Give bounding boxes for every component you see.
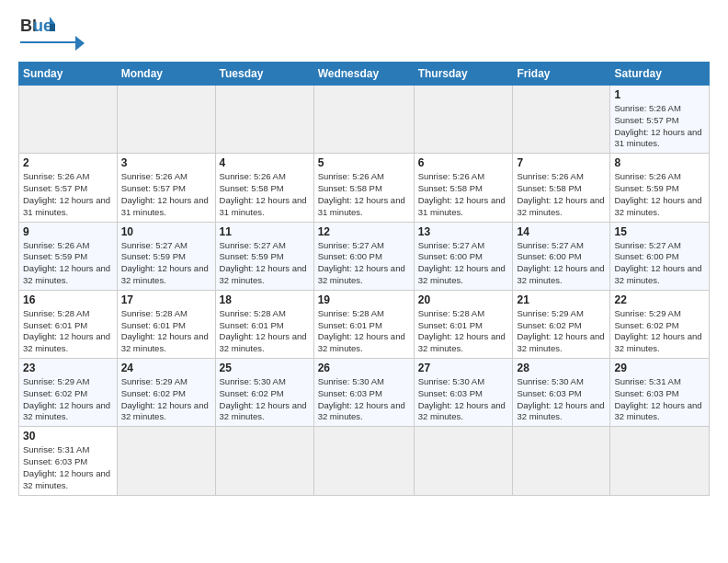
day-number: 9 bbox=[23, 225, 113, 238]
calendar-cell bbox=[513, 86, 610, 154]
calendar-cell bbox=[313, 427, 414, 495]
calendar-cell: 7Sunrise: 5:26 AM Sunset: 5:58 PM Daylig… bbox=[513, 154, 610, 222]
day-number: 15 bbox=[614, 225, 705, 238]
day-number: 19 bbox=[318, 293, 410, 306]
day-number: 7 bbox=[517, 156, 606, 169]
day-info: Sunrise: 5:27 AM Sunset: 5:59 PM Dayligh… bbox=[121, 240, 211, 287]
day-info: Sunrise: 5:29 AM Sunset: 6:02 PM Dayligh… bbox=[121, 376, 211, 423]
day-number: 3 bbox=[121, 156, 211, 169]
day-number: 13 bbox=[418, 225, 509, 238]
day-info: Sunrise: 5:30 AM Sunset: 6:02 PM Dayligh… bbox=[220, 376, 310, 423]
day-number: 20 bbox=[418, 293, 509, 306]
day-info: Sunrise: 5:30 AM Sunset: 6:03 PM Dayligh… bbox=[318, 376, 410, 423]
header-friday: Friday bbox=[513, 63, 610, 86]
calendar-cell: 15Sunrise: 5:27 AM Sunset: 6:00 PM Dayli… bbox=[610, 222, 710, 290]
day-info: Sunrise: 5:27 AM Sunset: 6:00 PM Dayligh… bbox=[614, 240, 705, 287]
day-number: 26 bbox=[318, 362, 410, 374]
svg-marker-5 bbox=[75, 36, 85, 51]
calendar-cell bbox=[19, 86, 118, 154]
day-info: Sunrise: 5:30 AM Sunset: 6:03 PM Dayligh… bbox=[517, 376, 606, 423]
calendar-cell bbox=[414, 86, 513, 154]
day-number: 10 bbox=[121, 225, 211, 238]
calendar-table: SundayMondayTuesdayWednesdayThursdayFrid… bbox=[18, 62, 710, 496]
calendar-week-row: 16Sunrise: 5:28 AM Sunset: 6:01 PM Dayli… bbox=[19, 290, 710, 358]
day-number: 29 bbox=[614, 362, 705, 374]
day-number: 23 bbox=[23, 362, 113, 374]
calendar-cell: 1Sunrise: 5:26 AM Sunset: 5:57 PM Daylig… bbox=[610, 86, 710, 154]
day-number: 28 bbox=[517, 362, 606, 374]
header-monday: Monday bbox=[117, 63, 215, 86]
day-info: Sunrise: 5:26 AM Sunset: 5:57 PM Dayligh… bbox=[121, 171, 211, 218]
calendar-cell: 19Sunrise: 5:28 AM Sunset: 6:01 PM Dayli… bbox=[313, 290, 414, 358]
calendar-cell: 16Sunrise: 5:28 AM Sunset: 6:01 PM Dayli… bbox=[19, 290, 118, 358]
day-number: 25 bbox=[220, 362, 310, 374]
calendar-cell: 23Sunrise: 5:29 AM Sunset: 6:02 PM Dayli… bbox=[19, 359, 118, 427]
calendar-cell bbox=[117, 86, 215, 154]
calendar-cell: 12Sunrise: 5:27 AM Sunset: 6:00 PM Dayli… bbox=[313, 222, 414, 290]
day-info: Sunrise: 5:28 AM Sunset: 6:01 PM Dayligh… bbox=[23, 308, 113, 355]
day-number: 8 bbox=[614, 156, 705, 169]
header-wednesday: Wednesday bbox=[313, 63, 414, 86]
calendar-cell bbox=[610, 427, 710, 495]
day-info: Sunrise: 5:28 AM Sunset: 6:01 PM Dayligh… bbox=[121, 308, 211, 355]
calendar-cell: 22Sunrise: 5:29 AM Sunset: 6:02 PM Dayli… bbox=[610, 290, 710, 358]
logo: Bl ue bbox=[18, 15, 85, 54]
day-number: 4 bbox=[220, 156, 310, 169]
day-info: Sunrise: 5:26 AM Sunset: 5:57 PM Dayligh… bbox=[614, 103, 705, 150]
calendar-week-row: 1Sunrise: 5:26 AM Sunset: 5:57 PM Daylig… bbox=[19, 86, 710, 154]
day-number: 18 bbox=[220, 293, 310, 306]
day-number: 16 bbox=[23, 293, 113, 306]
calendar-cell: 14Sunrise: 5:27 AM Sunset: 6:00 PM Dayli… bbox=[513, 222, 610, 290]
day-number: 30 bbox=[23, 430, 113, 442]
calendar-cell bbox=[215, 427, 313, 495]
day-info: Sunrise: 5:26 AM Sunset: 5:59 PM Dayligh… bbox=[23, 240, 113, 287]
day-info: Sunrise: 5:27 AM Sunset: 6:00 PM Dayligh… bbox=[418, 240, 509, 287]
calendar-cell: 20Sunrise: 5:28 AM Sunset: 6:01 PM Dayli… bbox=[414, 290, 513, 358]
day-number: 21 bbox=[517, 293, 606, 306]
calendar-cell bbox=[513, 427, 610, 495]
svg-marker-3 bbox=[50, 24, 55, 31]
calendar-cell: 6Sunrise: 5:26 AM Sunset: 5:58 PM Daylig… bbox=[414, 154, 513, 222]
header-thursday: Thursday bbox=[414, 63, 513, 86]
day-info: Sunrise: 5:31 AM Sunset: 6:03 PM Dayligh… bbox=[614, 376, 705, 423]
day-info: Sunrise: 5:30 AM Sunset: 6:03 PM Dayligh… bbox=[418, 376, 509, 423]
calendar-cell: 8Sunrise: 5:26 AM Sunset: 5:59 PM Daylig… bbox=[610, 154, 710, 222]
calendar-cell: 4Sunrise: 5:26 AM Sunset: 5:58 PM Daylig… bbox=[215, 154, 313, 222]
calendar-cell: 9Sunrise: 5:26 AM Sunset: 5:59 PM Daylig… bbox=[19, 222, 118, 290]
day-info: Sunrise: 5:27 AM Sunset: 5:59 PM Dayligh… bbox=[220, 240, 310, 287]
calendar-cell bbox=[117, 427, 215, 495]
svg-rect-4 bbox=[20, 41, 83, 43]
day-info: Sunrise: 5:31 AM Sunset: 6:03 PM Dayligh… bbox=[23, 444, 113, 491]
calendar-week-row: 2Sunrise: 5:26 AM Sunset: 5:57 PM Daylig… bbox=[19, 154, 710, 222]
calendar-cell: 28Sunrise: 5:30 AM Sunset: 6:03 PM Dayli… bbox=[513, 359, 610, 427]
logo-tagline-icon bbox=[20, 36, 85, 51]
calendar-cell: 2Sunrise: 5:26 AM Sunset: 5:57 PM Daylig… bbox=[19, 154, 118, 222]
calendar-cell: 24Sunrise: 5:29 AM Sunset: 6:02 PM Dayli… bbox=[117, 359, 215, 427]
calendar-cell: 27Sunrise: 5:30 AM Sunset: 6:03 PM Dayli… bbox=[414, 359, 513, 427]
calendar-cell: 26Sunrise: 5:30 AM Sunset: 6:03 PM Dayli… bbox=[313, 359, 414, 427]
header-tuesday: Tuesday bbox=[215, 63, 313, 86]
day-info: Sunrise: 5:26 AM Sunset: 5:58 PM Dayligh… bbox=[517, 171, 606, 218]
calendar-cell: 18Sunrise: 5:28 AM Sunset: 6:01 PM Dayli… bbox=[215, 290, 313, 358]
page-header: Bl ue bbox=[18, 15, 710, 54]
header-saturday: Saturday bbox=[610, 63, 710, 86]
calendar-header-row: SundayMondayTuesdayWednesdayThursdayFrid… bbox=[19, 63, 710, 86]
calendar-cell: 13Sunrise: 5:27 AM Sunset: 6:00 PM Dayli… bbox=[414, 222, 513, 290]
day-info: Sunrise: 5:29 AM Sunset: 6:02 PM Dayligh… bbox=[614, 308, 705, 355]
calendar-cell: 5Sunrise: 5:26 AM Sunset: 5:58 PM Daylig… bbox=[313, 154, 414, 222]
day-info: Sunrise: 5:26 AM Sunset: 5:58 PM Dayligh… bbox=[318, 171, 410, 218]
calendar-cell bbox=[313, 86, 414, 154]
day-info: Sunrise: 5:26 AM Sunset: 5:57 PM Dayligh… bbox=[23, 171, 113, 218]
calendar-cell: 17Sunrise: 5:28 AM Sunset: 6:01 PM Dayli… bbox=[117, 290, 215, 358]
calendar-week-row: 30Sunrise: 5:31 AM Sunset: 6:03 PM Dayli… bbox=[19, 427, 710, 495]
calendar-cell: 25Sunrise: 5:30 AM Sunset: 6:02 PM Dayli… bbox=[215, 359, 313, 427]
calendar-cell: 30Sunrise: 5:31 AM Sunset: 6:03 PM Dayli… bbox=[19, 427, 118, 495]
day-number: 6 bbox=[418, 156, 509, 169]
svg-text:ue: ue bbox=[33, 17, 52, 35]
day-number: 17 bbox=[121, 293, 211, 306]
day-info: Sunrise: 5:28 AM Sunset: 6:01 PM Dayligh… bbox=[318, 308, 410, 355]
day-info: Sunrise: 5:26 AM Sunset: 5:59 PM Dayligh… bbox=[614, 171, 705, 218]
day-info: Sunrise: 5:26 AM Sunset: 5:58 PM Dayligh… bbox=[418, 171, 509, 218]
calendar-week-row: 9Sunrise: 5:26 AM Sunset: 5:59 PM Daylig… bbox=[19, 222, 710, 290]
calendar-week-row: 23Sunrise: 5:29 AM Sunset: 6:02 PM Dayli… bbox=[19, 359, 710, 427]
